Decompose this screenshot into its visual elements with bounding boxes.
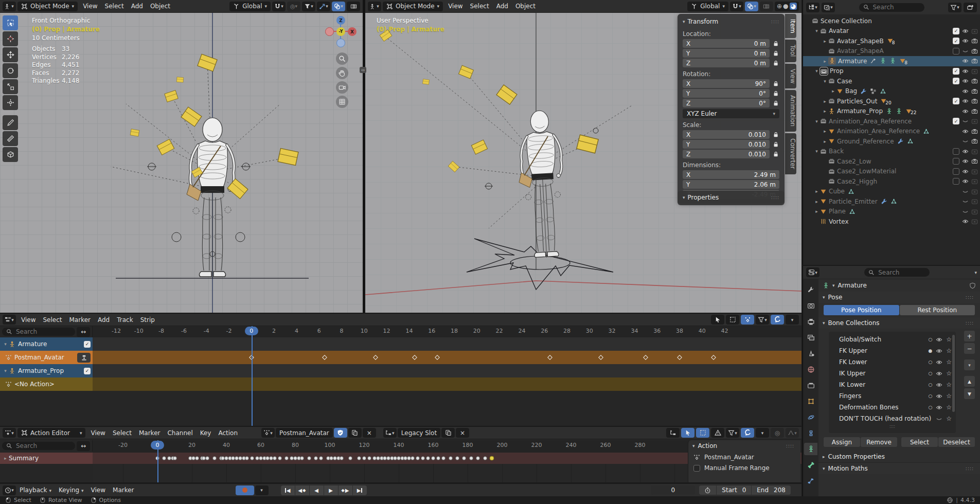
shading-material-button[interactable]: ◕ [790, 3, 797, 10]
mode-select[interactable]: Object Mode▾ [383, 2, 443, 11]
solo-dot-icon[interactable]: ○ [928, 393, 932, 399]
exclude-checkbox[interactable]: ✓ [953, 78, 959, 84]
exclude-checkbox[interactable] [953, 178, 959, 185]
expander[interactable]: ▸ [822, 59, 828, 64]
exclude-checkbox[interactable] [953, 168, 959, 175]
dimensions-y-field[interactable]: Y2.06 m [683, 180, 779, 189]
menu-view[interactable]: View [444, 3, 466, 10]
show-gizmo-toggle[interactable]: ▾ [317, 2, 330, 11]
properties-search-input[interactable] [877, 268, 925, 277]
box-select-button[interactable] [696, 428, 709, 438]
location-x-field[interactable]: X0 m [683, 39, 779, 48]
disable-render-icon[interactable] [971, 78, 978, 84]
menu-object[interactable]: Object [512, 3, 539, 10]
box-select-button[interactable] [726, 315, 739, 325]
hide-eye-icon[interactable] [962, 28, 969, 34]
hide-eye-icon[interactable] [962, 98, 969, 104]
collection-visibility-icon[interactable] [936, 359, 942, 366]
hide-eye-icon[interactable] [962, 188, 969, 195]
hide-eye-icon[interactable] [962, 88, 969, 95]
summary-keyframe[interactable] [449, 456, 453, 460]
menu-view[interactable]: View [87, 429, 109, 437]
outliner-row-case2-lowmaterial[interactable]: Case2_LowMaterial [803, 167, 980, 177]
outliner-row-animation-area-reference[interactable]: ▸Animation_Area_Reference [803, 127, 980, 137]
outliner-row-avatar-shapeb[interactable]: ▸Avatar_ShapeB8✓ [803, 36, 980, 46]
bone-collections-panel-header[interactable]: ▾Bone Collections :::: [818, 317, 980, 329]
summary-keyframe[interactable] [162, 456, 166, 460]
tool-scale-button[interactable] [3, 79, 18, 94]
tab-view-layer[interactable] [804, 331, 817, 344]
summary-keyframe[interactable] [212, 456, 217, 460]
summary-keyframe[interactable] [195, 456, 199, 460]
disable-render-icon[interactable] [971, 68, 978, 75]
exclude-checkbox[interactable]: ✓ [953, 98, 959, 104]
fake-user-shield-icon[interactable] [969, 282, 976, 289]
summary-keyframe[interactable] [250, 456, 254, 460]
outliner-row-plane[interactable]: ▸Plane [803, 207, 980, 217]
nla-track-postman-avatar[interactable] [93, 351, 801, 364]
disable-render-icon[interactable] [971, 148, 978, 155]
proportional-edit-toggle[interactable]: ◎▾ [287, 2, 300, 11]
collection-visibility-icon[interactable] [936, 336, 942, 343]
disable-render-icon[interactable] [971, 38, 978, 44]
outliner-row-prop[interactable]: ▾Prop✓ [803, 66, 980, 77]
menu-select[interactable]: Select [101, 3, 128, 10]
tab-constraints[interactable] [804, 427, 817, 439]
sidebar-tab-tool[interactable]: Tool [785, 40, 796, 62]
add-collection-button[interactable]: + [964, 331, 975, 341]
bone-collections-scrollbar[interactable] [952, 335, 955, 412]
outliner-row-particles-out[interactable]: ▸Particles_Out20✓ [803, 96, 980, 106]
menu-select[interactable]: Select [39, 316, 65, 323]
hide-eye-icon[interactable] [962, 148, 969, 155]
current-frame-indicator[interactable]: 0 [245, 327, 258, 335]
transform-orientation-select[interactable]: Global▾ [229, 2, 271, 11]
current-frame-indicator[interactable]: 0 [151, 441, 164, 449]
lock-toggle[interactable] [772, 81, 779, 87]
playback-menu[interactable]: Playback ▾ [16, 484, 55, 497]
gizmo-negz-axis[interactable] [336, 39, 345, 47]
layered-anim-toggle[interactable] [666, 428, 680, 438]
nla-snapping-button[interactable] [771, 315, 784, 325]
menu-select[interactable]: Select [467, 3, 493, 10]
expander[interactable]: ▸ [822, 109, 828, 114]
menu-marker[interactable]: Marker [66, 316, 94, 323]
marker-menu[interactable]: Marker [109, 484, 137, 496]
duplicate-slot-button[interactable] [441, 428, 455, 438]
summary-channel[interactable]: ▸Summary [0, 453, 93, 464]
move-collection-down-button[interactable]: ▼ [964, 388, 975, 399]
hide-eye-icon[interactable] [962, 68, 969, 75]
exclude-checkbox[interactable] [953, 148, 959, 155]
outliner-row-scene-collection[interactable]: Scene Collection [803, 16, 980, 26]
selected-keyframe[interactable] [489, 456, 494, 461]
favorite-star-icon[interactable]: ☆ [946, 404, 952, 411]
outliner-row-armature[interactable]: ▸Armature8 [803, 56, 980, 66]
outliner-filter-button[interactable]: ▾ [948, 3, 961, 12]
nla-keyframe[interactable] [435, 355, 440, 360]
disable-render-icon[interactable] [971, 138, 978, 145]
gizmo-x-axis[interactable]: X [348, 27, 357, 36]
deselect-button[interactable]: Deselect [938, 437, 975, 447]
outliner-row-vortex[interactable]: Vortex [803, 217, 980, 227]
new-action-button[interactable] [348, 428, 362, 438]
expander[interactable]: ▸ [813, 189, 820, 194]
assign-button[interactable]: Assign [824, 437, 860, 447]
bone-collection-row[interactable]: Global/Switch○☆ [829, 334, 956, 345]
summary-keyframe[interactable] [300, 456, 304, 460]
outliner-row-back[interactable]: ▾Back [803, 147, 980, 157]
summary-keyframe[interactable] [273, 456, 277, 460]
favorite-star-icon[interactable]: ☆ [946, 392, 952, 400]
favorite-star-icon[interactable]: ☆ [946, 415, 952, 422]
tool-cursor-button[interactable] [3, 31, 18, 46]
outliner-scope-select[interactable]: ▾ [822, 3, 835, 12]
filter-invert-button[interactable]: ↔ [77, 327, 90, 337]
properties-options-button[interactable]: ▾ [974, 270, 977, 275]
gizmo-negx-axis[interactable] [325, 27, 334, 36]
track-mute-checkbox[interactable]: ✓ [84, 341, 91, 348]
dimensions-x-field[interactable]: X2.49 m [683, 170, 779, 179]
remove-collection-button[interactable]: − [964, 343, 975, 354]
lock-toggle[interactable] [772, 91, 779, 97]
tab-bone[interactable] [804, 459, 817, 471]
nla-keyframe[interactable] [598, 355, 603, 360]
tool-transform-button[interactable] [3, 95, 18, 110]
summary-keyframe[interactable] [426, 456, 430, 460]
